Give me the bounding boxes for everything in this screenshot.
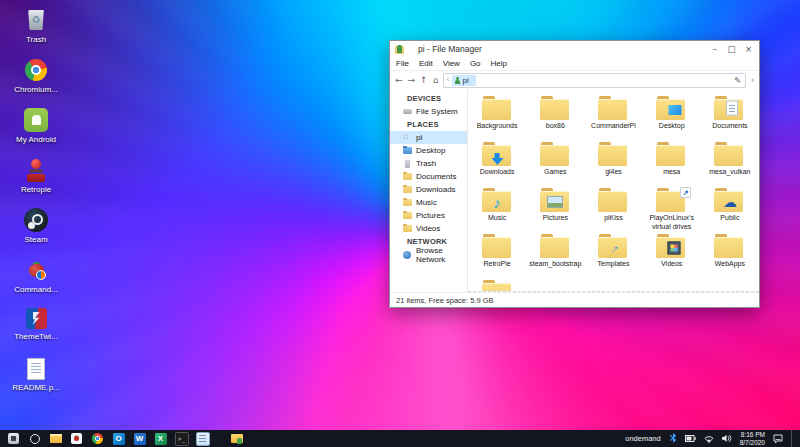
file-item[interactable]: [468, 276, 526, 292]
menu-item[interactable]: Go: [470, 59, 481, 68]
network-icon[interactable]: [704, 435, 714, 443]
taskbar-app-chrome[interactable]: [87, 430, 108, 447]
up-icon[interactable]: ↑: [420, 76, 428, 85]
taskbar-app-excel[interactable]: [150, 430, 171, 447]
file-item-label: Downloads: [480, 168, 515, 177]
folder-overlay-icon: [726, 101, 738, 116]
maximize-button[interactable]: □: [723, 42, 740, 56]
bluetooth-icon[interactable]: [669, 433, 677, 444]
battery-icon[interactable]: [685, 435, 696, 442]
menu-item[interactable]: File: [396, 59, 409, 68]
folder-icon: [714, 234, 745, 258]
desktop-icon-chromium[interactable]: Chromium...: [4, 58, 68, 99]
taskbar-app-explorer[interactable]: [45, 430, 66, 447]
path-segment-pi[interactable]: pi: [452, 75, 476, 86]
sidebar-row[interactable]: Documents: [390, 170, 467, 183]
titlebar[interactable]: pi - File Manager – □ ×: [390, 41, 759, 57]
file-item[interactable]: box86: [526, 92, 584, 138]
file-item[interactable]: Templates: [584, 230, 642, 276]
clock[interactable]: 8:16 PM 8/7/2020: [740, 431, 765, 445]
taskbar-app-start[interactable]: [3, 430, 24, 447]
desktop-icon-readme[interactable]: README.p...: [4, 358, 68, 399]
file-item[interactable]: Desktop: [643, 92, 701, 138]
file-item[interactable]: Music: [468, 184, 526, 230]
address-bar[interactable]: ‹ pi ✎: [443, 73, 746, 88]
user-icon: [455, 77, 460, 84]
file-grid[interactable]: Backgrounds box86 CommanderPi Desktop Do…: [468, 89, 759, 292]
taskbar-app-pistore[interactable]: [66, 430, 87, 447]
file-item-label: RetroPie: [483, 260, 510, 269]
file-item-label: PlayOnLinux's virtual drives: [644, 214, 700, 232]
sidebar-row-icon: [403, 185, 412, 194]
folder-icon: [540, 234, 571, 258]
desktop-icon-themetwister[interactable]: ThemeTwi...: [4, 308, 68, 349]
sidebar-row[interactable]: File System: [390, 105, 467, 118]
crumb-collapse-icon[interactable]: ‹: [446, 76, 449, 84]
forward-icon[interactable]: →: [408, 76, 416, 85]
sidebar-row[interactable]: Trash: [390, 157, 467, 170]
file-item[interactable]: Downloads: [468, 138, 526, 184]
menu-item[interactable]: Help: [491, 59, 507, 68]
desktop-icon-commander[interactable]: Command...: [4, 258, 68, 299]
taskbar-app-outlook[interactable]: [108, 430, 129, 447]
desktop-icon-glyph: [26, 308, 47, 329]
desktop-icon-trash[interactable]: Trash: [4, 8, 68, 49]
sidebar-row[interactable]: DEVICES: [390, 92, 467, 105]
sidebar-row[interactable]: PLACES: [390, 118, 467, 131]
folder-icon: [482, 234, 513, 258]
sidebar-row-label: Browse Network: [416, 246, 467, 264]
file-item[interactable]: Backgrounds: [468, 92, 526, 138]
file-item[interactable]: piKiss: [584, 184, 642, 230]
close-button[interactable]: ×: [740, 42, 757, 56]
file-item[interactable]: gl4es: [584, 138, 642, 184]
sidebar-row[interactable]: Downloads: [390, 183, 467, 196]
sidebar-row[interactable]: Desktop: [390, 144, 467, 157]
home-icon[interactable]: ⌂: [433, 76, 439, 85]
back-icon[interactable]: ←: [395, 76, 403, 85]
desktop-icon-steam[interactable]: Steam: [4, 208, 68, 249]
desktop-icon-android[interactable]: My Android: [4, 108, 68, 149]
file-item[interactable]: PlayOnLinux's virtual drives: [643, 184, 701, 230]
toolbar-more-icon[interactable]: ›: [751, 75, 754, 85]
sidebar-row-icon: [403, 250, 412, 259]
file-item[interactable]: steam_bootstrap: [526, 230, 584, 276]
sidebar-row[interactable]: Music: [390, 196, 467, 209]
sidebar-row[interactable]: Pictures: [390, 209, 467, 222]
taskbar-app-pcmanfm[interactable]: [226, 430, 247, 447]
status-bar: 21 items, Free space: 5.9 GB: [390, 292, 759, 307]
taskbar-app-search[interactable]: [24, 430, 45, 447]
file-item[interactable]: mesa: [643, 138, 701, 184]
taskbar-app-notepad[interactable]: [192, 430, 213, 447]
sidebar-row[interactable]: Videos: [390, 222, 467, 235]
edit-path-icon[interactable]: ✎: [734, 76, 743, 85]
sidebar-row-icon: [403, 146, 412, 155]
taskbar-app-terminal[interactable]: [171, 430, 192, 447]
menu-item[interactable]: Edit: [419, 59, 433, 68]
clock-time: 8:16 PM: [741, 431, 765, 438]
file-item[interactable]: Games: [526, 138, 584, 184]
folder-overlay-icon: [668, 105, 681, 115]
file-item[interactable]: Public: [701, 184, 759, 230]
taskbar-app-icon: [134, 433, 146, 445]
file-item[interactable]: Pictures: [526, 184, 584, 230]
taskbar-apps: [3, 430, 247, 447]
show-desktop-button[interactable]: [791, 430, 796, 447]
taskbar-app-word[interactable]: [129, 430, 150, 447]
file-item[interactable]: Documents: [701, 92, 759, 138]
file-item[interactable]: Videos: [643, 230, 701, 276]
file-item[interactable]: RetroPie: [468, 230, 526, 276]
desktop[interactable]: Trash Chromium... My Android Retropie St…: [0, 0, 800, 430]
file-item[interactable]: mesa_vulkan: [701, 138, 759, 184]
menubar: File Edit View Go Help: [390, 57, 759, 71]
system-tray: ondemand 8:16 PM 8/7/2020: [625, 430, 800, 447]
volume-icon[interactable]: [722, 434, 732, 443]
sidebar-row[interactable]: pi: [390, 131, 467, 144]
file-item[interactable]: CommanderPi: [584, 92, 642, 138]
notification-center-icon[interactable]: [773, 434, 783, 444]
desktop-icon-retropie[interactable]: Retropie: [4, 158, 68, 199]
sidebar-row[interactable]: Browse Network: [390, 248, 467, 261]
menu-item[interactable]: View: [443, 59, 460, 68]
minimize-button[interactable]: –: [706, 42, 723, 56]
governor-mode-text[interactable]: ondemand: [625, 434, 660, 443]
file-item[interactable]: WebApps: [701, 230, 759, 276]
